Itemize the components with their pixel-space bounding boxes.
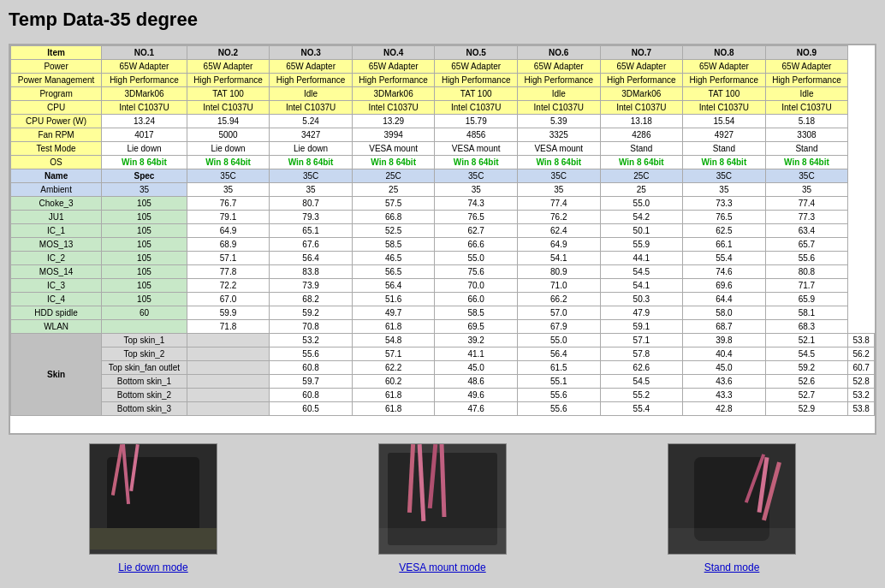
power-mgmt-row: Power Management High Performance High P… bbox=[11, 74, 875, 87]
lie-down-caption[interactable]: Lie down mode bbox=[118, 561, 187, 573]
power-row: Power 65W Adapter 65W Adapter 65W Adapte… bbox=[11, 60, 875, 74]
bot-skin3-row: Bottom skin_3 60.5 61.8 47.6 55.6 55.4 4… bbox=[11, 402, 875, 416]
ic4-row: IC_4 105 67.0 68.2 51.6 66.0 66.2 50.3 6… bbox=[11, 293, 875, 306]
ic2-row: IC_2 105 57.1 56.4 46.5 55.0 54.1 44.1 5… bbox=[11, 252, 875, 265]
os-row: OS Win 8 64bit Win 8 64bit Win 8 64bit W… bbox=[11, 156, 875, 169]
choke3-row: Choke_3 105 76.7 80.7 57.5 74.3 77.4 55.… bbox=[11, 197, 875, 211]
vesa-image-item: VESA mount mode bbox=[378, 443, 507, 573]
stand-image-item: Stand mode bbox=[668, 443, 796, 573]
ic1-row: IC_1 105 64.9 65.1 52.5 62.7 62.4 50.1 6… bbox=[11, 224, 875, 238]
cpu-row: CPU Intel C1037U Intel C1037U Intel C103… bbox=[11, 101, 875, 115]
images-section: Lie down mode VESA mount mode Stand mode bbox=[9, 443, 876, 573]
mos14-row: MOS_14 105 77.8 83.8 56.5 75.6 80.9 54.5… bbox=[11, 265, 875, 279]
fan-rpm-row: Fan RPM 4017 5000 3427 3994 4856 3325 42… bbox=[11, 128, 875, 142]
top-skin2-row: Top skin_2 55.6 57.1 41.1 56.4 57.8 40.4… bbox=[11, 347, 875, 361]
test-mode-row: Test Mode Lie down Lie down Lie down VES… bbox=[11, 142, 875, 156]
wlan-row: WLAN 71.8 70.8 61.8 69.5 67.9 59.1 68.7 … bbox=[11, 320, 875, 334]
lie-down-image-item: Lie down mode bbox=[89, 443, 217, 573]
vesa-photo bbox=[378, 443, 507, 555]
cpu-power-row: CPU Power (W) 13.24 15.94 5.24 13.29 15.… bbox=[11, 115, 875, 128]
bot-skin2-row: Bottom skin_2 60.8 61.8 49.6 55.6 55.2 4… bbox=[11, 389, 875, 402]
page-title: Temp Data-35 degree bbox=[9, 9, 876, 31]
header-row: Item NO.1 NO.2 NO.3 NO.4 NO.5 NO.6 NO.7 … bbox=[11, 46, 875, 60]
stand-caption[interactable]: Stand mode bbox=[704, 561, 760, 573]
top-skin1-row: Skin Top skin_1 53.2 54.8 39.2 55.0 57.1… bbox=[11, 334, 875, 347]
lie-down-photo bbox=[89, 443, 217, 555]
ambient-row: Ambient 35 35 35 25 35 35 25 35 35 bbox=[11, 183, 875, 197]
top-fan-row: Top skin_fan outlet 60.8 62.2 45.0 61.5 … bbox=[11, 361, 875, 375]
item-header: Item bbox=[11, 46, 102, 60]
temperature-table: Item NO.1 NO.2 NO.3 NO.4 NO.5 NO.6 NO.7 … bbox=[10, 45, 875, 416]
ju1-row: JU1 105 79.1 79.3 66.8 76.5 76.2 54.2 76… bbox=[11, 211, 875, 224]
hdd-row: HDD spidle 60 59.9 59.2 49.7 58.5 57.0 4… bbox=[11, 306, 875, 320]
vesa-caption[interactable]: VESA mount mode bbox=[399, 561, 485, 573]
name-spec-row: Name Spec 35C 35C 25C 35C 35C 25C 35C 35… bbox=[11, 169, 875, 183]
ic3-row: IC_3 105 72.2 73.9 56.4 70.0 71.0 54.1 6… bbox=[11, 279, 875, 293]
mos13-row: MOS_13 105 68.9 67.6 58.5 66.6 64.9 55.9… bbox=[11, 238, 875, 252]
program-row: Program 3DMark06 TAT 100 Idle 3DMark06 T… bbox=[11, 87, 875, 101]
bot-skin1-row: Bottom skin_1 59.7 60.2 48.6 55.1 54.5 4… bbox=[11, 375, 875, 389]
stand-photo bbox=[668, 443, 796, 555]
